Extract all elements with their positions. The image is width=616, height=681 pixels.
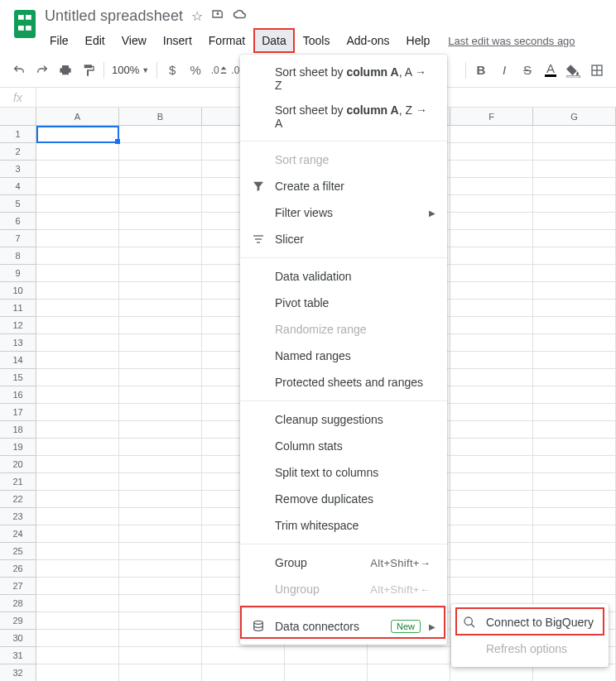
row-header[interactable]: 8 xyxy=(0,247,36,265)
cell[interactable] xyxy=(119,473,202,491)
cell[interactable] xyxy=(36,282,119,300)
menuitem-create-filter[interactable]: Create a filter xyxy=(240,173,447,199)
cell[interactable] xyxy=(533,334,616,352)
menuitem-split-text[interactable]: Split text to columns xyxy=(240,459,447,486)
sheets-logo[interactable] xyxy=(14,10,36,38)
cell[interactable] xyxy=(450,178,533,195)
print-button[interactable] xyxy=(55,60,76,81)
cell[interactable] xyxy=(533,161,616,178)
cell[interactable] xyxy=(533,230,616,247)
cell[interactable] xyxy=(36,456,119,473)
cell[interactable] xyxy=(119,386,202,404)
cell[interactable] xyxy=(36,265,119,282)
cell[interactable] xyxy=(533,525,616,543)
cell[interactable] xyxy=(119,247,202,265)
cell[interactable] xyxy=(450,508,533,525)
menu-format[interactable]: Format xyxy=(200,28,253,53)
cell[interactable] xyxy=(450,386,533,404)
cell[interactable] xyxy=(533,143,616,161)
menuitem-trim-whitespace[interactable]: Trim whitespace xyxy=(240,512,447,539)
menuitem-group[interactable]: GroupAlt+Shift+→ xyxy=(240,549,447,576)
text-color-button[interactable]: A xyxy=(540,60,561,81)
menuitem-protected-sheets[interactable]: Protected sheets and ranges xyxy=(240,369,447,396)
cell[interactable] xyxy=(533,282,616,300)
cell[interactable] xyxy=(368,664,450,681)
menuitem-filter-views[interactable]: Filter views▶ xyxy=(240,199,447,226)
cell[interactable] xyxy=(450,421,533,439)
row-header[interactable]: 13 xyxy=(0,334,36,352)
cell[interactable] xyxy=(119,630,202,647)
cell[interactable] xyxy=(36,161,119,178)
cell[interactable] xyxy=(36,334,119,352)
row-header[interactable]: 11 xyxy=(0,300,36,317)
menu-addons[interactable]: Add-ons xyxy=(338,28,397,53)
row-header[interactable]: 32 xyxy=(0,664,36,681)
cell[interactable] xyxy=(119,543,202,560)
cell[interactable] xyxy=(119,404,202,421)
cell[interactable] xyxy=(450,282,533,300)
paint-format-button[interactable] xyxy=(78,60,99,81)
cell[interactable] xyxy=(533,456,616,473)
cell[interactable] xyxy=(119,491,202,508)
cell[interactable] xyxy=(202,647,285,664)
menu-help[interactable]: Help xyxy=(398,28,439,53)
cell[interactable] xyxy=(119,317,202,334)
row-header[interactable]: 12 xyxy=(0,317,36,334)
cell[interactable] xyxy=(119,143,202,161)
cell[interactable] xyxy=(533,352,616,369)
cell[interactable] xyxy=(533,404,616,421)
row-header[interactable]: 24 xyxy=(0,525,36,543)
row-header[interactable]: 15 xyxy=(0,369,36,386)
row-header[interactable]: 1 xyxy=(0,126,36,143)
cell[interactable] xyxy=(450,161,533,178)
cell[interactable] xyxy=(450,525,533,543)
cell[interactable] xyxy=(36,404,119,421)
cell[interactable] xyxy=(533,439,616,456)
cell[interactable] xyxy=(36,421,119,439)
row-header[interactable]: 31 xyxy=(0,647,36,664)
last-edit-link[interactable]: Last edit was seconds ago xyxy=(448,35,575,47)
cell[interactable] xyxy=(533,247,616,265)
cell[interactable] xyxy=(450,543,533,560)
decrease-decimal-button[interactable]: .0 xyxy=(208,60,229,81)
cell[interactable] xyxy=(36,195,119,213)
menuitem-sort-sheet-az[interactable]: Sort sheet by column A, A → Z xyxy=(240,60,447,98)
cell[interactable] xyxy=(36,439,119,456)
cell[interactable] xyxy=(285,664,368,681)
cloud-status-icon[interactable] xyxy=(233,8,248,23)
cell[interactable] xyxy=(533,126,616,143)
cell[interactable] xyxy=(202,664,285,681)
cell[interactable] xyxy=(368,647,450,664)
menuitem-pivot-table[interactable]: Pivot table xyxy=(240,290,447,316)
cell[interactable] xyxy=(119,265,202,282)
cell[interactable] xyxy=(36,578,119,595)
bold-button[interactable]: B xyxy=(470,60,492,81)
cell[interactable] xyxy=(533,508,616,525)
menu-view[interactable]: View xyxy=(113,28,155,53)
row-header[interactable]: 4 xyxy=(0,178,36,195)
cell[interactable] xyxy=(533,578,616,595)
cell[interactable] xyxy=(36,595,119,612)
cell[interactable] xyxy=(119,508,202,525)
cell[interactable] xyxy=(450,265,533,282)
menuitem-remove-duplicates[interactable]: Remove duplicates xyxy=(240,486,447,512)
cell[interactable] xyxy=(36,369,119,386)
cell[interactable] xyxy=(450,195,533,213)
cell[interactable] xyxy=(533,560,616,578)
cell[interactable] xyxy=(533,178,616,195)
cell[interactable] xyxy=(533,195,616,213)
row-header[interactable]: 14 xyxy=(0,352,36,369)
cell[interactable] xyxy=(119,369,202,386)
row-header[interactable]: 6 xyxy=(0,213,36,230)
format-currency-button[interactable]: $ xyxy=(161,60,183,81)
cell[interactable] xyxy=(119,352,202,369)
cell[interactable] xyxy=(36,178,119,195)
cell[interactable] xyxy=(450,404,533,421)
cell[interactable] xyxy=(450,317,533,334)
row-header[interactable]: 23 xyxy=(0,508,36,525)
borders-button[interactable] xyxy=(586,60,608,81)
cell[interactable] xyxy=(533,664,616,681)
row-header[interactable]: 16 xyxy=(0,386,36,404)
col-header-a[interactable]: A xyxy=(36,108,119,125)
cell[interactable] xyxy=(119,300,202,317)
